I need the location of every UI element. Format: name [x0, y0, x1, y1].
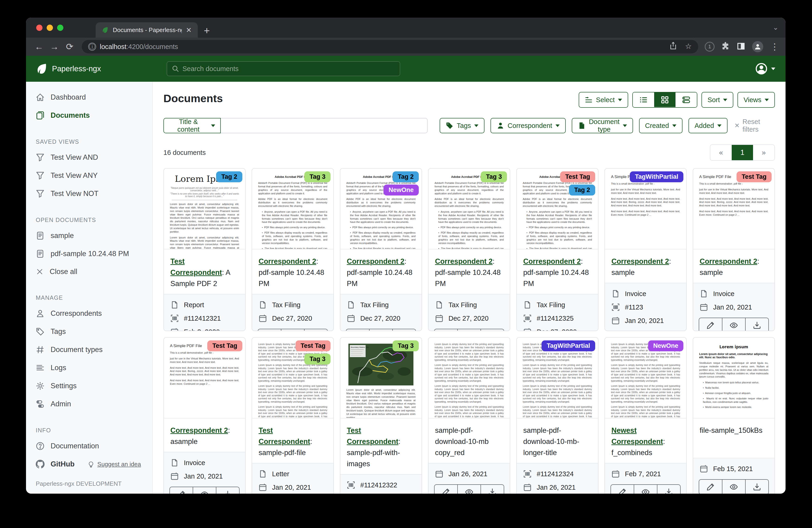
browser-menu-icon[interactable]: ⋮	[770, 42, 779, 52]
sidebar-item-test-view-not[interactable]: Test View NOT	[26, 185, 152, 203]
correspondent-link[interactable]: Newest Correspondent	[611, 426, 663, 445]
document-type-filter-button[interactable]: Document type	[572, 118, 633, 133]
tag-badge[interactable]: Test Tag	[207, 340, 242, 351]
detail-view-button[interactable]	[676, 92, 697, 107]
document-card[interactable]: Lorem Ipsum is simply dummy text of the …	[428, 337, 510, 494]
correspondent-link[interactable]: Correspondent 2	[700, 257, 757, 266]
correspondent-link[interactable]: Test Correspondent	[347, 426, 398, 445]
minimize-window-button[interactable]	[47, 25, 53, 31]
view-button[interactable]	[634, 484, 657, 494]
asn-row[interactable]: #112412321	[170, 312, 240, 325]
document-card[interactable]: A Simple PDF FileThis is a small demonst…	[605, 168, 687, 331]
document-card[interactable]: Boundary Waters Trip Lorem ipsum dolor s…	[340, 337, 422, 494]
sidebar-item-test-view-any[interactable]: Test View ANY	[26, 167, 152, 185]
new-tab-button[interactable]: +	[204, 26, 210, 36]
document-type-row[interactable]: Invoice	[610, 287, 681, 300]
tag-badge[interactable]: Tag 2	[216, 171, 242, 182]
list-view-button[interactable]	[633, 92, 654, 107]
correspondent-link[interactable]: Correspondent 2	[611, 257, 669, 266]
browser-profile-avatar[interactable]	[752, 41, 763, 52]
browser-tab[interactable]: Documents - Paperless-ngx ✕	[96, 22, 198, 38]
reload-icon[interactable]: ⟳	[63, 42, 76, 52]
document-card[interactable]: Lorem Ipsum is simply dummy text of the …	[516, 337, 598, 494]
correspondent-link[interactable]: Test Correspondent	[259, 426, 310, 445]
tag-badge[interactable]: TagWithPartial	[630, 171, 683, 182]
sidebar-item-dashboard[interactable]: Dashboard	[26, 88, 152, 106]
download-button[interactable]	[216, 487, 240, 494]
tag-badge[interactable]: Tag 3	[481, 171, 507, 182]
sidebar-item-documentation[interactable]: Documentation	[26, 437, 152, 455]
edit-button[interactable]	[699, 318, 722, 331]
document-type-row[interactable]: Invoice	[699, 287, 769, 300]
tag-badge[interactable]: Tag 3	[393, 340, 419, 351]
edit-button[interactable]	[434, 329, 458, 331]
global-search[interactable]	[167, 61, 400, 76]
suggest-idea-link[interactable]: Suggest an idea	[88, 461, 141, 468]
download-button[interactable]	[745, 479, 769, 494]
document-card[interactable]: A Simple PDF FileThis is a small demonst…	[163, 337, 246, 494]
tag-badge[interactable]: Tag 3	[304, 354, 331, 365]
sidebar-item-document-types[interactable]: Document types	[26, 341, 152, 359]
window-controls[interactable]	[36, 25, 63, 31]
document-card[interactable]: Adobe Acrobat PDF FilesAdobe® Portable D…	[252, 168, 334, 331]
document-type-row[interactable]: Invoice	[170, 456, 240, 470]
tag-badge[interactable]: NewOne	[383, 185, 419, 196]
sidebar-item-tags[interactable]: Tags	[26, 323, 152, 341]
edit-button[interactable]	[699, 479, 722, 494]
share-icon[interactable]	[669, 42, 677, 52]
views-dropdown-button[interactable]: Views	[738, 92, 775, 108]
tag-badge[interactable]: Test Tag	[560, 171, 595, 182]
edit-button[interactable]	[610, 484, 634, 494]
asn-row[interactable]: #112412324	[522, 467, 592, 481]
document-card[interactable]: Adobe Acrobat PDF FilesAdobe® Portable D…	[340, 168, 422, 331]
sidebar-item-sample[interactable]: sample	[26, 227, 152, 245]
added-filter-button[interactable]: Added	[688, 118, 727, 133]
sidebar-item-correspondents[interactable]: Correspondents	[26, 304, 152, 323]
edit-button[interactable]	[434, 484, 458, 494]
correspondent-link[interactable]: Correspondent 2	[170, 426, 228, 434]
document-thumbnail[interactable]: Lorem ipsumLorem ipsum dolor sit amet, c…	[693, 338, 774, 418]
view-button[interactable]	[281, 329, 304, 331]
download-button[interactable]	[481, 484, 504, 494]
document-card[interactable]: Lorem Ipsum"Neque porro quisquam est qui…	[163, 168, 246, 331]
sidebar-item-github[interactable]: GitHubSuggest an idea	[26, 455, 152, 473]
reset-filters-button[interactable]: ✕ Reset filters	[735, 118, 775, 133]
view-button[interactable]	[369, 329, 393, 331]
document-card[interactable]: Adobe Acrobat PDF FilesAdobe® Portable D…	[428, 168, 510, 331]
title-content-input[interactable]	[221, 118, 427, 133]
document-type-row[interactable]: Tax Filing	[522, 298, 592, 312]
edit-button[interactable]	[258, 329, 281, 331]
document-type-row[interactable]: Tax Filing	[258, 298, 328, 312]
tag-badge[interactable]: TagWithPartial	[541, 340, 595, 351]
edit-button[interactable]	[170, 487, 193, 494]
download-button[interactable]	[304, 329, 328, 331]
extensions-puzzle-icon[interactable]	[722, 42, 730, 51]
address-bar[interactable]: ⓘ localhost:4200/documents ☆	[82, 40, 698, 53]
download-button[interactable]	[481, 329, 504, 331]
close-window-button[interactable]	[36, 25, 43, 31]
download-button[interactable]	[745, 318, 769, 331]
document-card[interactable]: Adobe Acrobat PDF FilesAdobe® Portable D…	[516, 168, 598, 331]
created-filter-button[interactable]: Created	[639, 118, 682, 133]
document-card[interactable]: Lorem ipsumLorem ipsum dolor sit amet, c…	[693, 337, 775, 494]
asn-row[interactable]: #1123	[610, 300, 681, 314]
asn-row[interactable]: #112412322	[346, 478, 416, 492]
side-panel-icon[interactable]	[737, 42, 745, 51]
view-button[interactable]	[458, 484, 481, 494]
page-number-button[interactable]: 1	[732, 145, 753, 160]
sidebar-item-settings[interactable]: Settings	[26, 377, 152, 395]
sidebar-item-pdf-sample-10-24-48-pm[interactable]: pdf-sample 10.24.48 PM	[26, 245, 152, 263]
page-next-button[interactable]: »	[753, 145, 774, 160]
edit-button[interactable]	[346, 329, 369, 331]
view-button[interactable]	[193, 487, 216, 494]
document-type-row[interactable]: Tax Filing	[434, 298, 504, 312]
correspondent-link[interactable]: Correspondent 2	[259, 257, 316, 266]
correspondent-link[interactable]: Correspondent 2	[347, 257, 404, 266]
site-info-icon[interactable]: ⓘ	[88, 43, 96, 51]
document-card[interactable]: Lorem Ipsum is simply dummy text of the …	[605, 337, 687, 494]
sidebar-item-logs[interactable]: Logs	[26, 359, 152, 377]
grid-view-button[interactable]	[654, 92, 676, 107]
maximize-window-button[interactable]	[57, 25, 63, 31]
search-input[interactable]	[183, 65, 395, 73]
password-extension-icon[interactable]: 1	[705, 42, 714, 52]
